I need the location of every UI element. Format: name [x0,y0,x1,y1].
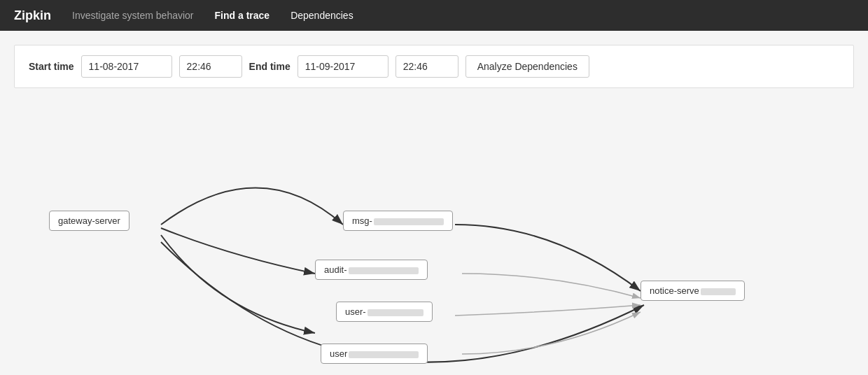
nav-dependencies[interactable]: Dependencies [290,10,354,21]
analyze-dependencies-button[interactable]: Analyze Dependencies [465,55,589,78]
navbar: Zipkin Investigate system behavior Find … [0,0,868,31]
nav-find-trace[interactable]: Find a trace [215,10,270,21]
navbar-tagline: Investigate system behavior [72,10,194,21]
user-redacted [349,351,419,358]
node-notice-server: notice-serve [640,281,745,301]
node-gateway-server: gateway-server [49,211,130,231]
node-user-short: user- [336,302,433,322]
node-user: user [321,344,428,364]
audit-redacted [349,267,419,274]
node-audit: audit- [315,260,428,280]
start-time-label: Start time [29,61,74,72]
end-time-input[interactable] [396,55,458,78]
filter-bar: Start time End time Analyze Dependencies [14,45,854,88]
user-short-redacted [368,309,424,316]
end-date-input[interactable] [298,55,388,78]
node-msg: msg- [343,211,453,231]
notice-redacted [701,288,736,295]
brand-logo: Zipkin [14,8,51,23]
msg-redacted [374,218,444,225]
end-time-label: End time [249,61,290,72]
start-time-input[interactable] [179,55,242,78]
start-date-input[interactable] [81,55,172,78]
dependency-diagram: gateway-server msg- audit- user- user no… [14,95,854,375]
arrows-svg [14,95,854,375]
